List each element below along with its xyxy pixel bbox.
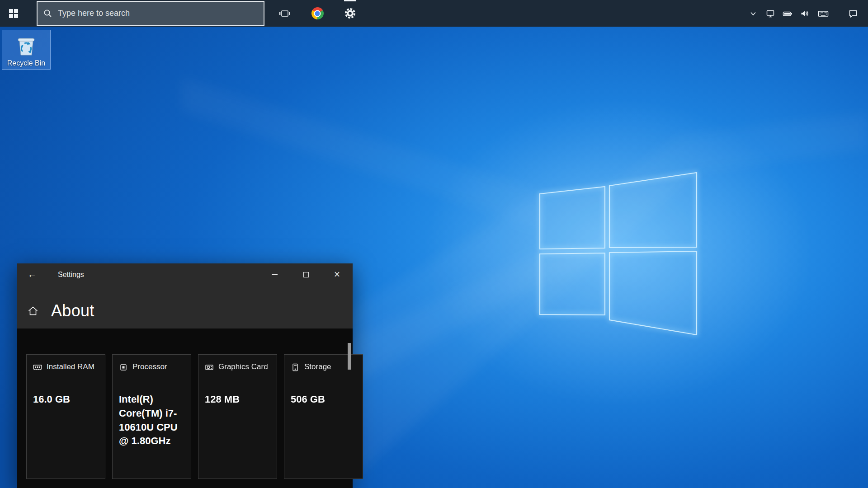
taskbar bbox=[0, 0, 868, 27]
spec-card-installed-ram: Installed RAM 16.0 GB bbox=[26, 354, 105, 479]
action-center-icon bbox=[848, 9, 858, 19]
spec-card-label: Graphics Card bbox=[218, 362, 268, 371]
volume-icon bbox=[800, 9, 809, 18]
chrome-icon bbox=[311, 7, 324, 19]
action-center-button[interactable] bbox=[840, 0, 865, 27]
settings-titlebar[interactable]: ← Settings × bbox=[17, 263, 353, 286]
windows-start-icon bbox=[9, 9, 18, 18]
search-icon bbox=[43, 9, 52, 18]
recycle-bin-desktop-icon[interactable]: Recycle Bin bbox=[2, 30, 51, 70]
hidden-icons-button[interactable] bbox=[745, 0, 762, 27]
settings-gear-icon bbox=[344, 7, 356, 19]
spec-card-value: 506 GB bbox=[291, 393, 356, 407]
touch-keyboard-icon bbox=[818, 9, 829, 18]
close-button[interactable]: × bbox=[321, 263, 353, 286]
settings-content: Installed RAM 16.0 GB Processor Intel(R)… bbox=[17, 328, 353, 488]
spec-card-value: 16.0 GB bbox=[33, 393, 99, 407]
processor-icon bbox=[119, 363, 128, 372]
search-input[interactable] bbox=[57, 8, 264, 19]
task-view-icon bbox=[279, 8, 291, 19]
ram-icon bbox=[33, 363, 42, 372]
spec-card-value: 128 MB bbox=[205, 393, 270, 407]
settings-header: ← Settings × About bbox=[17, 263, 353, 328]
recycle-bin-label: Recycle Bin bbox=[7, 59, 45, 67]
recycle-bin-icon bbox=[14, 33, 39, 58]
spec-card-label: Storage bbox=[304, 362, 331, 371]
spec-card-storage: Storage 506 GB bbox=[284, 354, 363, 479]
taskbar-search[interactable] bbox=[37, 1, 264, 26]
spec-card-processor: Processor Intel(R) Core(TM) i7-10610U CP… bbox=[112, 354, 191, 479]
maximize-button[interactable] bbox=[290, 263, 321, 286]
back-button[interactable]: ← bbox=[17, 263, 47, 286]
back-arrow-icon: ← bbox=[28, 269, 37, 280]
start-button[interactable] bbox=[0, 0, 27, 27]
spec-card-value: Intel(R) Core(TM) i7-10610U CPU @ 1.80GH… bbox=[119, 393, 184, 448]
home-icon bbox=[27, 305, 39, 317]
graphics-card-icon bbox=[205, 363, 214, 372]
page-title: About bbox=[51, 301, 94, 320]
minimize-icon bbox=[272, 274, 278, 275]
system-tray bbox=[745, 0, 868, 27]
spec-card-label: Processor bbox=[132, 362, 167, 371]
chrome-taskbar-button[interactable] bbox=[301, 0, 334, 27]
task-view-button[interactable] bbox=[269, 0, 301, 27]
minimize-button[interactable] bbox=[259, 263, 290, 286]
spec-card-label: Installed RAM bbox=[47, 362, 94, 371]
touch-keyboard-button[interactable] bbox=[813, 0, 833, 27]
settings-taskbar-button[interactable] bbox=[334, 0, 366, 27]
battery-icon bbox=[783, 9, 793, 18]
storage-icon bbox=[291, 363, 300, 372]
active-app-indicator bbox=[344, 0, 356, 1]
scrollbar-thumb[interactable] bbox=[348, 343, 351, 370]
volume-button[interactable] bbox=[796, 0, 813, 27]
tray-display-button[interactable] bbox=[762, 0, 779, 27]
settings-window: ← Settings × About bbox=[17, 263, 353, 488]
spec-card-graphics: Graphics Card 128 MB bbox=[198, 354, 277, 479]
maximize-icon bbox=[303, 272, 309, 277]
display-icon bbox=[766, 9, 775, 18]
close-icon: × bbox=[334, 269, 340, 280]
chevron-down-icon bbox=[750, 10, 756, 17]
battery-button[interactable] bbox=[779, 0, 796, 27]
window-title: Settings bbox=[58, 271, 84, 279]
